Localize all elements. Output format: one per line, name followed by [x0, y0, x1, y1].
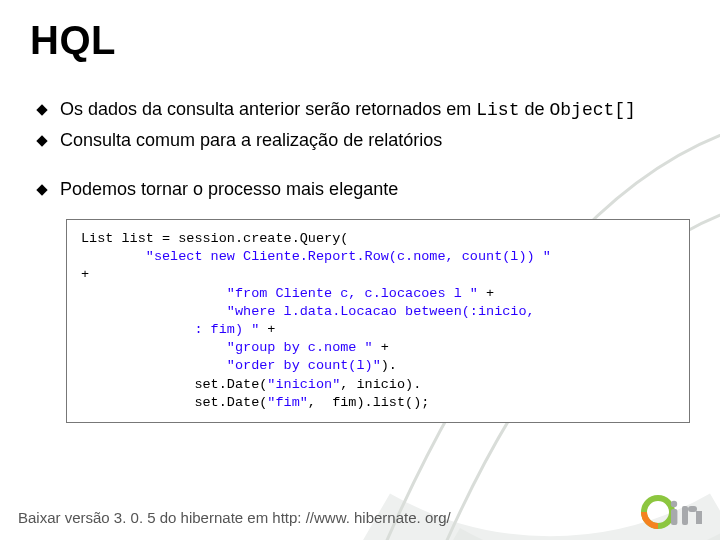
bullet-text: Podemos tornar o processo mais elegante — [60, 179, 398, 199]
code-text: + — [81, 267, 89, 282]
bullet-text: Os dados da consulta anterior serão reto… — [60, 99, 476, 119]
code-string: "where l.data.Locacao between(:inicio, — [227, 304, 535, 319]
code-text: + — [259, 322, 275, 337]
code-text — [81, 304, 227, 319]
code-string: "fim" — [267, 395, 308, 410]
bullet-text: de — [519, 99, 549, 119]
svg-rect-3 — [671, 509, 677, 525]
code-text — [81, 358, 227, 373]
bullet-text: Consulta comum para a realização de rela… — [60, 130, 442, 150]
inline-code: List — [476, 100, 519, 120]
code-text — [81, 249, 146, 264]
code-string: "from Cliente c, c.locacoes l " — [227, 286, 478, 301]
code-text: , fim).list(); — [308, 395, 430, 410]
code-string: : fim) " — [81, 322, 259, 337]
code-text: , inicio). — [340, 377, 421, 392]
inline-code: Object[] — [549, 100, 635, 120]
code-text: + — [373, 340, 389, 355]
logo-icon — [640, 494, 706, 530]
svg-rect-4 — [682, 506, 688, 525]
bullet-item: Os dados da consulta anterior serão reto… — [38, 97, 692, 122]
code-text: List list = session.create.Query( — [81, 231, 348, 246]
code-block: List list = session.create.Query( "selec… — [66, 219, 690, 423]
code-text: + — [478, 286, 494, 301]
code-string: "group by c.nome " — [227, 340, 373, 355]
code-string: "inicion" — [267, 377, 340, 392]
slide: HQL Os dados da consulta anterior serão … — [0, 0, 720, 540]
bullet-item: Podemos tornar o processo mais elegante — [38, 177, 692, 201]
code-text: set.Date( — [81, 395, 267, 410]
code-text — [81, 340, 227, 355]
code-text — [81, 286, 227, 301]
code-string: "select new Cliente.Report.Row(c.nome, c… — [146, 249, 551, 264]
svg-point-2 — [671, 501, 677, 507]
bullet-list: Os dados da consulta anterior serão reto… — [38, 97, 692, 201]
page-title: HQL — [30, 18, 692, 63]
code-text: set.Date( — [81, 377, 267, 392]
code-text: ). — [381, 358, 397, 373]
code-string: "order by count(l)" — [227, 358, 381, 373]
bullet-item: Consulta comum para a realização de rela… — [38, 128, 692, 152]
svg-rect-5 — [688, 506, 697, 512]
